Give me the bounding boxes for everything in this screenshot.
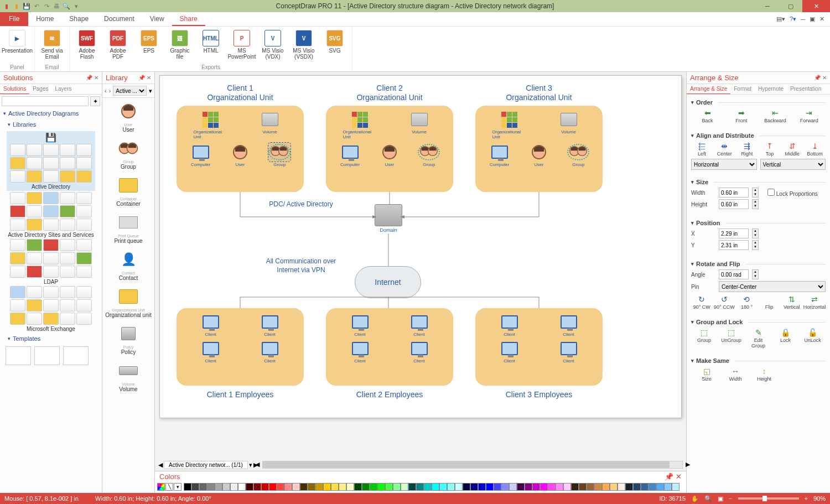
makesame-height-button[interactable]: ↕Height xyxy=(753,366,775,382)
template-thumb[interactable] xyxy=(63,346,89,365)
color-swatch[interactable] xyxy=(478,483,486,491)
close-icon[interactable]: ✕ xyxy=(94,75,98,81)
diagram-shape[interactable]: Computer xyxy=(184,143,218,167)
y-input[interactable] xyxy=(719,240,749,250)
employees-box[interactable]: Client Client Client Client xyxy=(326,308,453,386)
order-front-button[interactable]: ➡Front xyxy=(730,108,753,123)
mdi-restore-icon[interactable]: ▣ xyxy=(810,15,815,23)
qat-dropdown-icon[interactable]: ▾ xyxy=(72,2,81,11)
height-input[interactable] xyxy=(719,199,749,209)
library-item-volume[interactable]: VolumeVolume xyxy=(102,357,154,394)
edit-group-button[interactable]: ✎Edit Group xyxy=(748,328,770,349)
close-icon[interactable]: ✕ xyxy=(147,75,151,81)
close-icon[interactable]: ✕ xyxy=(676,472,682,481)
library-item-container[interactable]: ContainerContainer xyxy=(102,172,154,209)
diagram-shape[interactable]: Client xyxy=(194,313,228,337)
distribute-vertical-select[interactable]: Vertical xyxy=(760,159,826,170)
library-item-policy[interactable]: PolicyPolicy xyxy=(102,320,154,357)
angle-input[interactable] xyxy=(719,269,749,279)
diagram-shape[interactable]: Client xyxy=(343,339,377,363)
section-makesame[interactable]: Make Same xyxy=(691,357,826,364)
diagram-shape[interactable]: Computer xyxy=(333,143,367,167)
export-html-button[interactable]: HTMLHTML xyxy=(197,28,225,63)
order-back-button[interactable]: ⬅Back xyxy=(697,108,719,123)
x-input[interactable] xyxy=(719,228,749,238)
color-swatch[interactable] xyxy=(393,483,401,491)
distribute-horizontal-select[interactable]: Horizontal xyxy=(691,159,757,170)
org-unit-box[interactable]: Organizational Unit Volume Computer User… xyxy=(177,106,304,192)
maximize-button[interactable]: ▢ xyxy=(779,0,802,12)
export-ppt-button[interactable]: PMS PowerPoint xyxy=(228,28,256,63)
color-swatch[interactable] xyxy=(284,483,292,491)
close-icon[interactable]: ✕ xyxy=(822,75,827,81)
export-flash-button[interactable]: SWFAdobe Flash xyxy=(73,28,101,63)
diagram-shape[interactable]: Computer xyxy=(483,143,517,167)
align-bottom-button[interactable]: ⤓Bottom xyxy=(804,141,826,157)
color-swatch[interactable] xyxy=(525,483,532,491)
x-spinner[interactable]: ▲▼ xyxy=(752,228,759,238)
color-swatch[interactable] xyxy=(308,483,315,491)
color-swatch[interactable] xyxy=(610,483,618,491)
status-zoom-icon[interactable]: 🔍 xyxy=(704,495,712,502)
color-tool-wheel[interactable] xyxy=(157,483,165,491)
minimize-button[interactable]: ─ xyxy=(756,0,779,12)
arrtab-format[interactable]: Format xyxy=(730,84,755,94)
solution-thumb-exchange[interactable]: Microsoft Exchange xyxy=(7,286,95,332)
pin-icon[interactable]: 📌 xyxy=(814,75,821,81)
send-email-button[interactable]: ✉Send via Email xyxy=(38,28,66,63)
color-swatch[interactable] xyxy=(594,483,602,491)
color-swatch[interactable] xyxy=(385,483,393,491)
export-vdx-button[interactable]: VMS Visio (VDX) xyxy=(259,28,287,63)
tab-nav-menu[interactable]: ▾ xyxy=(249,461,252,469)
qat-save-icon[interactable]: 💾 xyxy=(22,2,31,11)
color-swatch[interactable] xyxy=(455,483,463,491)
pin-icon[interactable]: 📌 xyxy=(138,75,145,81)
search-input[interactable] xyxy=(2,96,89,106)
color-swatch[interactable] xyxy=(277,483,284,491)
pin-icon[interactable]: 📌 xyxy=(665,472,673,481)
pin-select[interactable]: Center-Center xyxy=(719,281,826,292)
qat-preview-icon[interactable]: 🔍 xyxy=(62,2,71,11)
presentation-button[interactable]: ▶Presentation xyxy=(3,28,31,63)
color-swatch[interactable] xyxy=(424,483,432,491)
color-swatch[interactable] xyxy=(370,483,377,491)
qat-open-icon[interactable]: ▮ xyxy=(12,2,21,11)
tree-libraries[interactable]: Libraries xyxy=(0,119,102,130)
tab-file[interactable]: File xyxy=(0,12,28,26)
zoom-minus[interactable]: − xyxy=(729,495,732,502)
diagram-shape[interactable]: Organizational Unit xyxy=(492,110,527,139)
solution-thumb-active-directory[interactable]: 💾 Active Directory xyxy=(7,131,95,191)
align-middle-button[interactable]: ⇵Middle xyxy=(781,141,803,157)
diagram-shape[interactable]: Group xyxy=(412,143,446,167)
color-swatch[interactable] xyxy=(362,483,370,491)
color-swatch[interactable] xyxy=(439,483,447,491)
diagram-shape[interactable]: Client xyxy=(194,339,228,363)
color-swatch[interactable] xyxy=(199,483,207,491)
export-pdf-button[interactable]: PDFAdobe PDF xyxy=(104,28,132,63)
color-swatch[interactable] xyxy=(602,483,610,491)
color-swatch[interactable] xyxy=(664,483,672,491)
order-forward-button[interactable]: ⇥Forward xyxy=(798,108,820,123)
rotate-ccw-button[interactable]: ↺90° CCW xyxy=(714,294,735,310)
color-swatch[interactable] xyxy=(300,483,308,491)
color-swatch[interactable] xyxy=(346,483,354,491)
library-item-print-queue[interactable]: Print QueuePrint queue xyxy=(102,209,154,246)
tree-root[interactable]: Active Directory Diagrams xyxy=(0,108,102,119)
subtab-pages[interactable]: Pages xyxy=(29,84,51,94)
diagram-shape[interactable]: Volume xyxy=(402,110,437,139)
color-swatch[interactable] xyxy=(563,483,571,491)
color-swatch[interactable] xyxy=(470,483,478,491)
diagram-shape[interactable]: Client xyxy=(492,313,527,337)
diagram-shape[interactable]: Client xyxy=(402,313,437,337)
export-vsdx-button[interactable]: VMS Visio (VSDX) xyxy=(290,28,318,63)
pin-icon[interactable]: 📌 xyxy=(86,75,92,81)
qat-print-icon[interactable]: 🖶 xyxy=(52,2,61,11)
color-swatch[interactable] xyxy=(184,483,191,491)
unlock-button[interactable]: 🔓UnLock xyxy=(802,328,824,349)
color-swatch[interactable] xyxy=(633,483,641,491)
nav-next-icon[interactable]: › xyxy=(109,87,111,94)
subtab-solutions[interactable]: Solutions xyxy=(0,84,29,94)
section-size[interactable]: Size xyxy=(691,179,826,185)
color-tool-none[interactable]: ╲ xyxy=(165,483,173,491)
domain-server-shape[interactable]: Domain xyxy=(375,204,402,233)
